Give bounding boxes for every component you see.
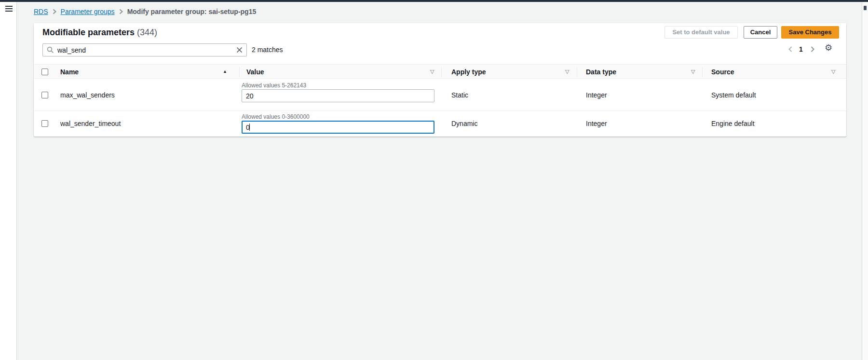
data-type-cell: Integer xyxy=(586,120,607,127)
column-header-name[interactable]: Name xyxy=(60,68,79,76)
parameter-value-input-focused[interactable] xyxy=(242,121,434,134)
search-icon xyxy=(47,46,54,54)
apply-type-cell: Static xyxy=(451,91,468,99)
gear-icon[interactable]: ⚙ xyxy=(825,43,832,53)
data-type-cell: Integer xyxy=(586,91,607,99)
column-divider xyxy=(239,67,240,77)
search-input[interactable] xyxy=(42,43,247,56)
filter-icon[interactable]: ▽ xyxy=(430,69,434,75)
match-count-label: 2 matches xyxy=(252,46,283,54)
rds-console-page: RDS Parameter groups Modify parameter gr… xyxy=(0,0,868,360)
allowed-values-hint: Allowed values 5-262143 xyxy=(242,82,306,89)
column-divider xyxy=(577,67,577,77)
column-header-source[interactable]: Source xyxy=(711,68,734,76)
row-checkbox[interactable] xyxy=(41,92,48,98)
hamburger-menu-icon[interactable] xyxy=(5,6,13,12)
parameter-search xyxy=(42,43,247,56)
breadcrumb-link-rds[interactable]: RDS xyxy=(34,8,48,15)
row-checkbox[interactable] xyxy=(41,120,48,127)
column-divider xyxy=(702,67,703,77)
source-cell: System default xyxy=(711,91,756,99)
source-cell: Engine default xyxy=(711,120,755,127)
breadcrumb-link-parameter-groups[interactable]: Parameter groups xyxy=(61,8,115,15)
table-header-row: Name ▲ Value ▽ Apply type ▽ Data type ▽ … xyxy=(34,64,846,79)
value-field-wrap xyxy=(242,121,434,134)
filter-icon[interactable]: ▽ xyxy=(565,69,569,75)
column-divider xyxy=(441,67,442,77)
breadcrumb-current-page: Modify parameter group: sai-setup-pg15 xyxy=(127,8,257,15)
set-to-default-button[interactable]: Set to default value xyxy=(665,26,738,39)
table-row: wal_sender_timeout Allowed values 0-3600… xyxy=(34,111,846,137)
chevron-right-icon[interactable] xyxy=(810,46,815,53)
pagination-page-number[interactable]: 1 xyxy=(799,45,803,53)
cancel-button[interactable]: Cancel xyxy=(744,26,777,39)
text-cursor xyxy=(249,124,250,131)
column-header-data-type[interactable]: Data type xyxy=(586,68,616,76)
page-title-text: Modifiable parameters xyxy=(42,28,135,37)
table-row: max_wal_senders Allowed values 5-262143 … xyxy=(34,79,846,111)
filter-icon[interactable]: ▽ xyxy=(691,69,695,75)
column-header-value[interactable]: Value xyxy=(246,68,264,76)
value-field-wrap xyxy=(242,89,434,102)
scrollbar-thumb[interactable] xyxy=(864,6,867,10)
right-scrollbar-rail xyxy=(862,2,868,360)
sort-ascending-icon[interactable]: ▲ xyxy=(223,69,227,74)
apply-type-cell: Dynamic xyxy=(451,120,477,127)
parameter-count: (344) xyxy=(137,28,157,37)
breadcrumb-separator-icon xyxy=(53,9,56,14)
parameter-name: wal_sender_timeout xyxy=(60,120,121,127)
parameter-value-input[interactable] xyxy=(242,89,434,102)
left-sidebar-rail xyxy=(0,2,17,360)
chevron-left-icon[interactable] xyxy=(788,46,793,53)
clear-search-icon[interactable] xyxy=(236,47,243,53)
breadcrumb-separator-icon xyxy=(119,9,123,14)
select-all-checkbox[interactable] xyxy=(41,69,48,75)
column-header-apply-type[interactable]: Apply type xyxy=(451,68,486,76)
parameter-name: max_wal_senders xyxy=(60,91,115,99)
top-nav-bar xyxy=(0,0,868,2)
modifiable-parameters-panel: Modifiable parameters (344) Set to defau… xyxy=(34,23,846,137)
allowed-values-hint: Allowed values 0-3600000 xyxy=(242,113,310,120)
save-changes-button[interactable]: Save Changes xyxy=(781,26,839,39)
breadcrumb: RDS Parameter groups Modify parameter gr… xyxy=(34,8,256,15)
filter-icon[interactable]: ▽ xyxy=(831,69,835,75)
page-title: Modifiable parameters (344) xyxy=(42,27,157,38)
